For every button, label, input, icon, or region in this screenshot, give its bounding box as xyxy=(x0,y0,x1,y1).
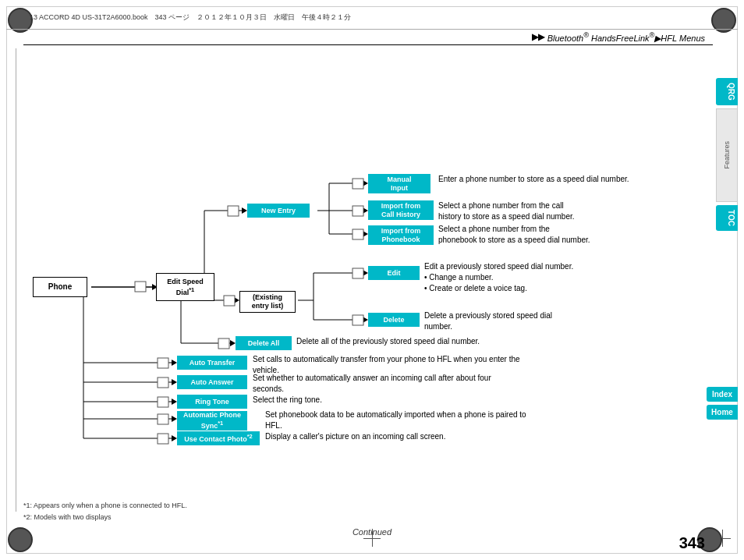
svg-rect-48 xyxy=(353,206,363,216)
page-title-bar: ▶▶ Bluetooth® HandsFreeLink®▶HFL Menus xyxy=(23,30,713,45)
delete-all-box: Delete All xyxy=(236,336,292,350)
svg-marker-27 xyxy=(172,360,177,366)
svg-marker-16 xyxy=(363,231,368,237)
page-title: Bluetooth® HandsFreeLink®▶HFL Menus xyxy=(547,31,705,44)
svg-marker-8 xyxy=(234,297,239,303)
import-call-history-box: Import fromCall History xyxy=(368,200,434,220)
svg-rect-51 xyxy=(353,315,363,325)
footnotes: *1: Appears only when a phone is connect… xyxy=(23,500,187,523)
import-call-history-desc: Select a phone number from the callhisto… xyxy=(438,200,680,222)
svg-marker-12 xyxy=(363,180,368,186)
svg-marker-31 xyxy=(172,399,177,405)
auto-phone-sync-box: Automatic PhoneSync*1 xyxy=(177,411,247,431)
diagram: Phone Edit SpeedDial*1 New Entry (Existi… xyxy=(17,55,744,429)
phone-box: Phone xyxy=(33,277,87,297)
svg-rect-41 xyxy=(218,338,229,349)
footnote2: *2: Models with two displays xyxy=(23,512,187,523)
footnote1: *1: Appears only when a phone is connect… xyxy=(23,500,187,511)
svg-marker-5 xyxy=(242,207,247,214)
auto-answer-box: Auto Answer xyxy=(177,375,247,389)
svg-marker-22 xyxy=(363,317,368,323)
ring-tone-desc: Select the ring tone. xyxy=(253,395,658,406)
svg-rect-38 xyxy=(135,282,146,292)
top-header: 13 ACCORD 4D US-31T2A6000.book 343 ページ ２… xyxy=(6,6,738,30)
svg-rect-45 xyxy=(158,414,168,424)
file-info: 13 ACCORD 4D US-31T2A6000.book 343 ページ ２… xyxy=(30,12,351,23)
auto-answer-desc: Set whether to automatically answer an i… xyxy=(253,373,658,395)
title-prefix: ▶▶ xyxy=(532,32,544,42)
delete-all-desc: Delete all of the previously stored spee… xyxy=(296,336,647,347)
page-number: 343 xyxy=(679,534,705,552)
manual-input-desc: Enter a phone number to store as a speed… xyxy=(438,174,680,185)
svg-rect-42 xyxy=(158,358,168,368)
auto-phone-sync-desc: Set phonebook data to be automatically i… xyxy=(265,409,671,431)
svg-marker-33 xyxy=(172,416,177,422)
svg-rect-50 xyxy=(353,268,363,278)
import-phonebook-desc: Select a phone number from thephonebook … xyxy=(438,224,680,246)
edit-box: Edit xyxy=(368,266,420,280)
svg-marker-25 xyxy=(230,340,236,346)
svg-rect-49 xyxy=(353,229,363,239)
delete-desc: Delete a previously stored speed dialnum… xyxy=(424,310,666,332)
auto-transfer-box: Auto Transfer xyxy=(177,356,247,370)
edit-speed-dial-box: Edit SpeedDial*1 xyxy=(156,273,214,301)
svg-marker-14 xyxy=(363,207,368,214)
edit-desc: Edit a previously stored speed dial numb… xyxy=(424,261,666,294)
svg-rect-39 xyxy=(228,206,239,216)
svg-rect-47 xyxy=(353,179,363,189)
use-contact-photo-box: Use Contact Photo*2 xyxy=(177,431,260,445)
ring-tone-box: Ring Tone xyxy=(177,395,247,409)
delete-box: Delete xyxy=(368,313,420,327)
use-contact-photo-desc: Display a caller's picture on an incomin… xyxy=(265,431,671,442)
svg-marker-20 xyxy=(363,270,368,276)
import-phonebook-box: Import fromPhonebook xyxy=(368,225,434,245)
svg-rect-44 xyxy=(158,397,168,407)
svg-rect-43 xyxy=(158,377,168,388)
manual-input-box: ManualInput xyxy=(368,174,430,193)
svg-rect-40 xyxy=(224,296,235,306)
existing-entry-box: (Existingentry list) xyxy=(239,291,296,313)
svg-marker-29 xyxy=(172,379,177,385)
new-entry-box: New Entry xyxy=(247,204,310,218)
vert-line-left xyxy=(16,48,16,512)
